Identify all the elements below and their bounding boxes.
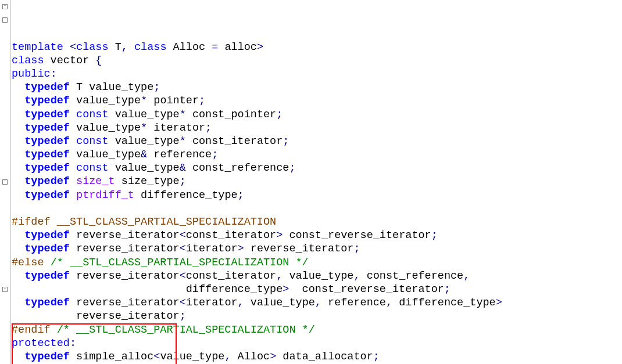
code-token: const_iterator <box>186 135 283 147</box>
code-line[interactable]: typedef size_t size_type; <box>12 175 622 188</box>
code-line[interactable]: reverse_iterator; <box>12 309 622 323</box>
code-token: typedef <box>24 149 70 161</box>
code-token: Alloc <box>167 41 212 53</box>
code-token <box>12 351 24 363</box>
code-token: value_type <box>109 135 180 147</box>
code-line[interactable]: typedef reverse_iterator<const_iterator,… <box>12 269 622 283</box>
code-token: template <box>12 41 63 53</box>
code-token: iterator <box>186 297 238 309</box>
code-editor[interactable]: template <class T, class Alloc = alloc>c… <box>0 0 622 364</box>
code-token <box>12 229 24 242</box>
code-token: ; <box>199 95 205 107</box>
code-token: ptrdiff_t <box>76 189 134 201</box>
code-line[interactable]: typedef value_type* pointer; <box>12 94 622 107</box>
code-token: reference <box>147 149 212 161</box>
code-token: pointer <box>147 95 199 107</box>
code-token: ; <box>205 122 212 134</box>
code-token: typedef <box>24 189 70 201</box>
code-token: const_pointer <box>186 109 276 121</box>
code-token: vector <box>44 55 96 67</box>
code-token: const_iterator <box>186 229 276 242</box>
code-line[interactable]: #ifdef __STL_CLASS_PARTIAL_SPECIALIZATIO… <box>12 215 622 229</box>
code-token: value_type <box>70 122 141 134</box>
code-line[interactable]: typedef reverse_iterator<iterator> rever… <box>12 242 622 255</box>
code-token: iterator <box>186 243 238 255</box>
fold-toggle[interactable] <box>2 179 8 185</box>
code-token <box>12 175 24 188</box>
code-line[interactable]: typedef const value_type* const_pointer; <box>12 108 622 121</box>
code-token: const_iterator <box>186 270 276 282</box>
code-token <box>12 122 24 134</box>
code-token: typedef <box>24 109 70 121</box>
code-token: < <box>180 270 186 282</box>
code-line[interactable]: protected: <box>12 337 622 350</box>
code-line[interactable]: typedef reverse_iterator<iterator, value… <box>12 296 622 309</box>
code-token: value_type <box>70 95 141 107</box>
code-token: reverse_iterator <box>70 243 180 255</box>
code-token: typedef <box>24 229 70 242</box>
code-token: typedef <box>24 162 70 174</box>
code-token: reverse_iterator <box>244 243 354 255</box>
code-token: , <box>353 270 360 282</box>
code-line[interactable]: template <class T, class Alloc = alloc> <box>12 41 622 54</box>
code-line[interactable]: #endif /* __STL_CLASS_PARTIAL_SPECIALIZA… <box>12 323 622 337</box>
code-token <box>70 189 76 201</box>
code-line[interactable]: typedef value_type& reference; <box>12 148 622 161</box>
code-token: : <box>70 337 76 349</box>
code-token: , <box>121 41 128 53</box>
code-token: value_type <box>109 162 180 174</box>
code-token: typedef <box>24 122 70 134</box>
code-token: * <box>141 95 147 107</box>
code-line[interactable] <box>12 202 622 215</box>
code-line[interactable]: class vector { <box>12 54 622 67</box>
code-token: > <box>257 41 263 53</box>
fold-gutter <box>0 0 11 364</box>
fold-toggle[interactable] <box>2 17 8 23</box>
code-line[interactable]: typedef const value_type& const_referenc… <box>12 161 622 175</box>
code-token: typedef <box>24 351 70 363</box>
code-token: value_type <box>109 109 180 121</box>
code-token: ; <box>431 229 438 242</box>
code-line[interactable]: typedef const value_type* const_iterator… <box>12 135 622 148</box>
code-token: , <box>315 297 321 309</box>
code-token: typedef <box>24 270 70 282</box>
code-area[interactable]: template <class T, class Alloc = alloc>c… <box>12 41 622 364</box>
code-token: , <box>276 270 283 282</box>
code-line[interactable]: #else /* __STL_CLASS_PARTIAL_SPECIALIZAT… <box>12 256 622 269</box>
code-token: const <box>76 135 109 147</box>
code-token: class <box>12 55 44 67</box>
code-line[interactable]: typedef simple_alloc<value_type, Alloc> … <box>12 350 622 363</box>
code-line[interactable]: typedef ptrdiff_t difference_type; <box>12 189 622 202</box>
code-token <box>12 135 24 147</box>
code-token: typedef <box>24 81 70 93</box>
code-token: ; <box>444 283 451 295</box>
code-token: const_reverse_iterator <box>289 283 444 295</box>
code-token: > <box>276 229 283 242</box>
code-token <box>12 109 24 121</box>
fold-toggle[interactable] <box>2 287 8 292</box>
code-token <box>70 175 76 188</box>
code-token: ; <box>289 162 295 174</box>
code-token <box>12 95 24 107</box>
code-token: reverse_iterator <box>70 297 180 309</box>
code-token: ; <box>353 243 360 255</box>
code-token: alloc <box>218 41 257 53</box>
code-line[interactable]: difference_type> const_reverse_iterator; <box>12 283 622 296</box>
code-token <box>12 162 24 174</box>
code-token: const_reference <box>186 162 289 174</box>
code-token: value_type <box>70 149 141 161</box>
code-token: #endif <box>12 324 57 336</box>
code-token: reference <box>321 297 386 309</box>
code-token <box>70 135 76 147</box>
code-line[interactable]: typedef value_type* iterator; <box>12 121 622 135</box>
code-line[interactable]: typedef reverse_iterator<const_iterator>… <box>12 229 622 242</box>
code-token: T <box>109 41 121 53</box>
code-token: * <box>180 109 186 121</box>
code-token: difference_type <box>134 189 238 201</box>
fold-toggle[interactable] <box>2 4 8 9</box>
code-line[interactable]: typedef T value_type; <box>12 81 622 94</box>
code-line[interactable]: public: <box>12 67 622 81</box>
code-token: T value_type <box>70 81 153 93</box>
code-token: < <box>153 351 160 363</box>
code-token: > <box>283 283 289 295</box>
